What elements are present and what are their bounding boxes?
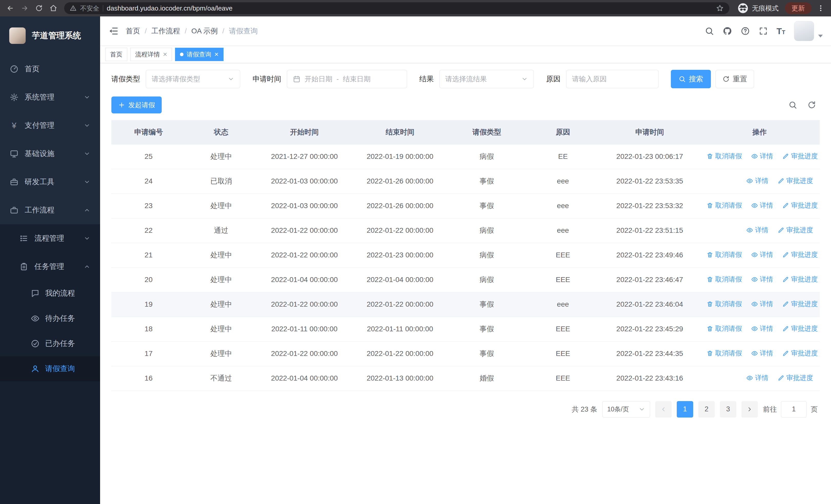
- approval-progress-link[interactable]: 审批进度: [778, 226, 813, 235]
- reset-button[interactable]: 重置: [716, 70, 754, 88]
- approval-progress-link[interactable]: 审批进度: [782, 250, 818, 259]
- sidebar-item-leave-query[interactable]: 请假查询: [0, 356, 100, 381]
- font-size-icon[interactable]: TT: [777, 27, 785, 35]
- table-row[interactable]: 25 处理中 2021-12-27 00:00:00 2022-01-19 00…: [111, 144, 820, 169]
- eye-icon: [31, 314, 39, 323]
- sidebar-item-system[interactable]: 系统管理: [0, 83, 100, 111]
- search-icon[interactable]: [705, 26, 714, 36]
- help-icon[interactable]: [741, 26, 750, 36]
- leave-type-select[interactable]: 请选择请假类型: [146, 70, 240, 88]
- browser-update-button[interactable]: 更新: [785, 2, 811, 14]
- address-bar[interactable]: 不安全 dashboard.yudao.iocoder.cn/bpm/oa/le…: [64, 2, 729, 14]
- cancel-leave-link[interactable]: 取消请假: [707, 324, 742, 333]
- detail-link[interactable]: 详情: [751, 152, 773, 161]
- cancel-leave-link[interactable]: 取消请假: [707, 299, 742, 308]
- trash-icon: [707, 251, 713, 258]
- sidebar-item-workflow[interactable]: 工作流程: [0, 196, 100, 224]
- page-button-2[interactable]: 2: [698, 401, 715, 417]
- detail-link[interactable]: 详情: [751, 275, 773, 284]
- prev-page-button[interactable]: [655, 401, 671, 417]
- browser-back-icon[interactable]: [4, 2, 17, 15]
- cancel-leave-link[interactable]: 取消请假: [707, 349, 742, 358]
- create-leave-button[interactable]: 发起请假: [111, 96, 162, 113]
- cell-status: 处理中: [186, 292, 257, 317]
- page-size-select[interactable]: 10条/页: [602, 401, 650, 417]
- sidebar-item-home[interactable]: 首页: [0, 55, 100, 83]
- cancel-leave-link[interactable]: 取消请假: [707, 201, 742, 210]
- detail-link[interactable]: 详情: [751, 299, 773, 308]
- detail-link[interactable]: 详情: [746, 226, 768, 235]
- tab-process-detail[interactable]: 流程详情 ×: [131, 48, 172, 61]
- browser-reload-icon[interactable]: [32, 2, 46, 15]
- col-apply-time: 申请时间: [600, 120, 699, 144]
- detail-link[interactable]: 详情: [746, 374, 768, 382]
- table-row[interactable]: 22 通过 2022-01-22 00:00:00 2022-01-22 00:…: [111, 218, 820, 243]
- apply-time-range-picker[interactable]: 开始日期 - 结束日期: [287, 70, 407, 88]
- cancel-leave-link[interactable]: 取消请假: [707, 250, 742, 259]
- detail-link[interactable]: 详情: [746, 176, 768, 185]
- approval-progress-link[interactable]: 审批进度: [782, 349, 818, 358]
- cell-apply-id: 16: [111, 366, 186, 391]
- tab-leave-query[interactable]: 请假查询 ×: [175, 48, 223, 61]
- eye-icon: [751, 276, 758, 283]
- sidebar-item-my-process[interactable]: 我的流程: [0, 281, 100, 306]
- table-row[interactable]: 19 处理中 2022-01-22 00:00:00 2022-01-22 00…: [111, 292, 820, 317]
- sidebar-item-process-mgmt[interactable]: 流程管理: [0, 224, 100, 253]
- close-icon[interactable]: ×: [214, 51, 219, 58]
- table-row[interactable]: 17 处理中 2022-01-22 00:00:00 2022-01-22 00…: [111, 341, 820, 366]
- cancel-leave-link[interactable]: 取消请假: [707, 152, 742, 161]
- briefcase-icon: [10, 206, 19, 214]
- browser-home-icon[interactable]: [47, 2, 60, 15]
- breadcrumb-workflow[interactable]: 工作流程: [151, 26, 180, 36]
- cancel-leave-link[interactable]: 取消请假: [707, 275, 742, 284]
- fullscreen-icon[interactable]: [758, 26, 768, 36]
- goto-page-input[interactable]: [781, 401, 807, 417]
- sidebar-item-pending-tasks[interactable]: 待办任务: [0, 306, 100, 331]
- table-row[interactable]: 16 不通过 2022-01-04 00:00:00 2022-01-13 00…: [111, 366, 820, 391]
- sidebar-item-task-mgmt[interactable]: 任务管理: [0, 253, 100, 281]
- sidebar-item-done-tasks[interactable]: 已办任务: [0, 331, 100, 356]
- detail-link[interactable]: 详情: [751, 349, 773, 358]
- reason-input[interactable]: [566, 70, 658, 88]
- result-select[interactable]: 请选择流结果: [439, 70, 534, 88]
- approval-progress-link[interactable]: 审批进度: [778, 176, 813, 185]
- github-icon[interactable]: [723, 26, 732, 36]
- next-page-button[interactable]: [741, 401, 758, 417]
- sidebar-item-devtools[interactable]: 研发工具: [0, 168, 100, 196]
- table-row[interactable]: 20 处理中 2022-01-04 00:00:00 2022-01-04 00…: [111, 267, 820, 292]
- page-button-1[interactable]: 1: [677, 401, 693, 417]
- detail-link[interactable]: 详情: [751, 324, 773, 333]
- refresh-table-icon[interactable]: [807, 100, 816, 109]
- approval-progress-link[interactable]: 审批进度: [782, 275, 818, 284]
- table-row[interactable]: 23 处理中 2022-01-03 00:00:00 2022-01-26 00…: [111, 194, 820, 218]
- sidebar-fold-icon[interactable]: [108, 26, 119, 36]
- col-end-time: 结束时间: [352, 120, 448, 144]
- sidebar-item-payment[interactable]: ¥ 支付管理: [0, 111, 100, 140]
- hide-search-icon[interactable]: [789, 100, 797, 109]
- browser-forward-icon[interactable]: [18, 2, 31, 15]
- page-button-3[interactable]: 3: [720, 401, 736, 417]
- table-row[interactable]: 24 已取消 2022-01-03 00:00:00 2022-01-26 00…: [111, 169, 820, 194]
- cell-reason: EEE: [526, 341, 600, 366]
- browser-menu-icon[interactable]: [814, 2, 827, 15]
- detail-link[interactable]: 详情: [751, 250, 773, 259]
- divider: [103, 5, 103, 11]
- close-icon[interactable]: ×: [163, 51, 167, 58]
- approval-progress-link[interactable]: 审批进度: [782, 152, 818, 161]
- tab-home[interactable]: 首页: [105, 48, 127, 61]
- sidebar-item-infra[interactable]: 基础设施: [0, 140, 100, 168]
- breadcrumb-oa-example[interactable]: OA 示例: [192, 26, 218, 36]
- bookmark-star-icon[interactable]: [716, 4, 724, 12]
- table-row[interactable]: 18 处理中 2022-01-11 00:00:00 2022-01-11 00…: [111, 317, 820, 341]
- caret-down-icon[interactable]: [818, 35, 823, 37]
- approval-progress-link[interactable]: 审批进度: [782, 299, 818, 308]
- approval-progress-link[interactable]: 审批进度: [782, 324, 818, 333]
- approval-progress-link[interactable]: 审批进度: [782, 201, 818, 210]
- approval-progress-link[interactable]: 审批进度: [778, 374, 813, 382]
- breadcrumb-home[interactable]: 首页: [126, 26, 140, 36]
- table-row[interactable]: 21 处理中 2022-01-22 00:00:00 2022-01-23 00…: [111, 243, 820, 267]
- user-avatar[interactable]: [794, 21, 814, 41]
- detail-link[interactable]: 详情: [751, 201, 773, 210]
- edit-icon: [782, 153, 789, 159]
- search-button[interactable]: 搜索: [671, 70, 711, 88]
